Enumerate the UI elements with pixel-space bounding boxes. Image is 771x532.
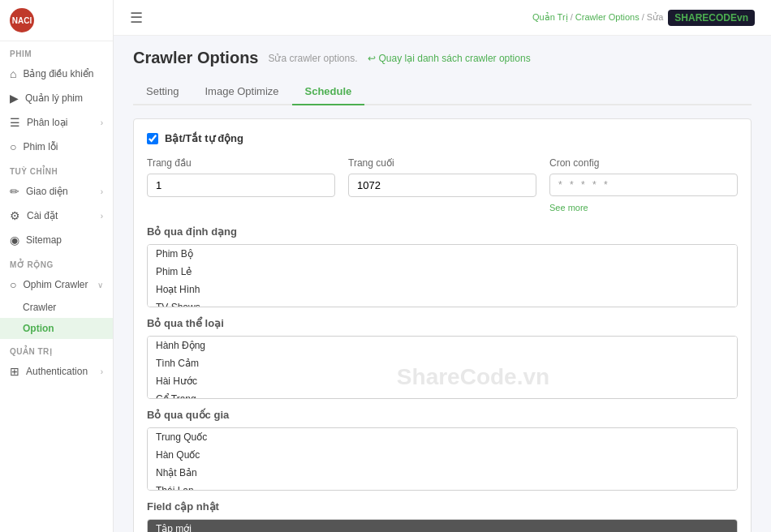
tab-schedule[interactable]: Schedule xyxy=(292,79,365,105)
sidebar-item-label: Authentication xyxy=(26,366,88,377)
list-item[interactable]: Hàn Quốc xyxy=(148,446,737,464)
page-title: Crawler Options xyxy=(133,49,258,67)
edit-icon: ✏ xyxy=(10,185,19,198)
sidebar-sub-label: Option xyxy=(23,323,54,334)
chevron-right-icon: › xyxy=(101,118,103,127)
sidebar-item-theme[interactable]: ✏ Giao diện › xyxy=(0,179,113,204)
page-content: Crawler Options Sửa crawler options. ↩ Q… xyxy=(114,36,771,532)
list-item[interactable]: Nhật Bản xyxy=(148,464,737,482)
list-item[interactable]: Thái Lan xyxy=(148,482,737,491)
trang-cuoi-input[interactable] xyxy=(348,174,536,197)
sidebar-item-settings[interactable]: ⚙ Cài đặt › xyxy=(0,204,113,228)
field-update-list[interactable]: Tập mới Trạng thái phim Thời lượng tập p… xyxy=(147,519,738,532)
list-item[interactable]: Phim Lẻ xyxy=(148,263,737,281)
sidebar-item-label: Phân loại xyxy=(27,117,67,128)
circle-icon: ○ xyxy=(10,278,16,291)
breadcrumb-quantri[interactable]: Quản Trị xyxy=(532,12,568,22)
back-link-label: Quay lại danh sách crawler options xyxy=(379,53,531,64)
error-icon: ○ xyxy=(10,140,16,153)
list-item[interactable]: Trung Quốc xyxy=(148,428,737,446)
tuychinh-section-label: TUỲ CHỈNH xyxy=(0,159,113,179)
back-link[interactable]: ↩ Quay lại danh sách crawler options xyxy=(368,53,531,64)
sidebar-logo: NACI xyxy=(0,0,113,41)
skip-country-heading: Bỏ qua quốc gia xyxy=(147,409,738,421)
cron-input[interactable] xyxy=(549,174,738,196)
cron-group: Cron config See more xyxy=(549,157,738,212)
quantri-section-label: QUẢN TRỊ xyxy=(0,339,113,359)
morong-section-label: MỞ RỘNG xyxy=(0,252,113,272)
skip-genre-list[interactable]: Hành Động Tình Cảm Hài Hước Cổ Trang xyxy=(147,336,738,399)
tab-bar: Setting Image Optimize Schedule xyxy=(133,79,752,105)
phim-section-label: PHIM xyxy=(0,41,113,62)
skip-format-list[interactable]: Phim Bộ Phim Lẻ Hoạt Hình TV Shows xyxy=(147,244,738,307)
trang-dau-group: Trang đầu xyxy=(147,157,335,212)
chevron-right-icon: › xyxy=(101,212,103,221)
auth-icon: ⊞ xyxy=(10,365,19,378)
breadcrumb-sua: Sửa xyxy=(647,12,663,22)
sidebar-item-label: Bảng điều khiển xyxy=(23,68,93,79)
sidebar-item-label: Sitemap xyxy=(26,234,62,246)
sidebar-item-movie-manage[interactable]: ▶ Quản lý phim xyxy=(0,86,113,110)
cron-label: Cron config xyxy=(549,157,738,169)
list-item[interactable]: Tập mới xyxy=(148,520,737,532)
list-item[interactable]: Hoạt Hình xyxy=(148,281,737,298)
list-item[interactable]: Phim Bộ xyxy=(148,245,737,263)
sidebar-item-category[interactable]: ☰ Phân loại › xyxy=(0,110,113,135)
list-item[interactable]: Hài Hước xyxy=(148,372,737,390)
trang-cuoi-label: Trang cuối xyxy=(348,157,536,169)
sidebar-item-option[interactable]: Option xyxy=(0,318,113,339)
sidebar-item-dashboard[interactable]: ⌂ Bảng điều khiển xyxy=(0,62,113,86)
list-item[interactable]: Cổ Trang xyxy=(148,390,737,399)
skip-genre-heading: Bỏ qua thể loại xyxy=(147,317,738,329)
sidebar: NACI PHIM ⌂ Bảng điều khiển ▶ Quản lý ph… xyxy=(0,0,114,532)
sitemap-icon: ◉ xyxy=(10,234,19,247)
sidebar-sub-label: Crawler xyxy=(23,302,56,313)
trang-dau-input[interactable] xyxy=(147,174,335,197)
skip-country-list[interactable]: Trung Quốc Hàn Quốc Nhật Bản Thái Lan xyxy=(147,427,738,491)
topbar-logo-area: Quản Trị / Crawler Options / Sửa SHARECO… xyxy=(532,10,755,26)
sidebar-item-label: Cài đặt xyxy=(27,210,58,221)
sidebar-item-label: Ophim Crawler xyxy=(23,279,88,290)
auto-toggle-label: Bật/Tắt tự động xyxy=(165,132,243,144)
page-header: Crawler Options Sửa crawler options. ↩ Q… xyxy=(133,49,752,67)
sidebar-section-phim: PHIM ⌂ Bảng điều khiển ▶ Quản lý phim ☰ … xyxy=(0,41,113,159)
topbar: ☰ Quản Trị / Crawler Options / Sửa SHARE… xyxy=(114,0,771,36)
sidebar-item-sitemap[interactable]: ◉ Sitemap xyxy=(0,228,113,252)
sidebar-section-quantri: QUẢN TRỊ ⊞ Authentication › xyxy=(0,339,113,384)
trang-dau-label: Trang đầu xyxy=(147,157,335,169)
play-icon: ▶ xyxy=(10,92,19,105)
field-update-heading: Field cập nhật xyxy=(147,500,738,513)
gear-icon: ⚙ xyxy=(10,209,20,222)
sidebar-item-ophim-crawler[interactable]: ○ Ophim Crawler ∨ xyxy=(0,272,113,297)
sharecode-logo: SHARECODEvn xyxy=(668,10,755,26)
sidebar-section-morong: MỞ RỘNG ○ Ophim Crawler ∨ Crawler Option xyxy=(0,252,113,339)
list-item[interactable]: Hành Động xyxy=(148,337,737,354)
see-more-link[interactable]: See more xyxy=(549,203,738,212)
auto-toggle-checkbox[interactable] xyxy=(147,133,158,144)
sidebar-item-movie-error[interactable]: ○ Phim lỗi xyxy=(0,135,113,159)
tab-image-optimize[interactable]: Image Optimize xyxy=(192,79,291,105)
chevron-right-icon: › xyxy=(101,367,103,376)
list-icon: ☰ xyxy=(10,116,20,129)
back-arrow-icon: ↩ xyxy=(368,53,376,64)
list-item[interactable]: TV Shows xyxy=(148,298,737,307)
topbar-menu-btn[interactable]: ☰ xyxy=(130,9,143,27)
skip-format-heading: Bỏ qua định dạng xyxy=(147,225,738,238)
main-content: ☰ Quản Trị / Crawler Options / Sửa SHARE… xyxy=(114,0,771,532)
sidebar-item-authentication[interactable]: ⊞ Authentication › xyxy=(0,359,113,384)
page-cron-row: Trang đầu Trang cuối Cron config See mor… xyxy=(147,157,738,212)
sidebar-item-label: Phim lỗi xyxy=(23,141,58,152)
tab-setting[interactable]: Setting xyxy=(133,79,192,105)
breadcrumb: Quản Trị / Crawler Options / Sửa xyxy=(532,12,663,23)
sidebar-item-label: Quản lý phim xyxy=(25,92,83,104)
breadcrumb-crawler-options[interactable]: Crawler Options xyxy=(575,12,640,22)
schedule-form: Bật/Tắt tự động Trang đầu Trang cuối Cro… xyxy=(133,118,752,532)
sidebar-item-label: Giao diện xyxy=(26,186,68,197)
sidebar-item-crawler[interactable]: Crawler xyxy=(0,297,113,318)
app-logo: NACI xyxy=(10,8,34,32)
sharecode-badge: SHARECODEvn xyxy=(668,10,755,26)
list-item[interactable]: Tình Cảm xyxy=(148,354,737,372)
home-icon: ⌂ xyxy=(10,67,16,80)
chevron-right-icon: › xyxy=(101,187,103,196)
chevron-down-icon: ∨ xyxy=(97,281,103,290)
